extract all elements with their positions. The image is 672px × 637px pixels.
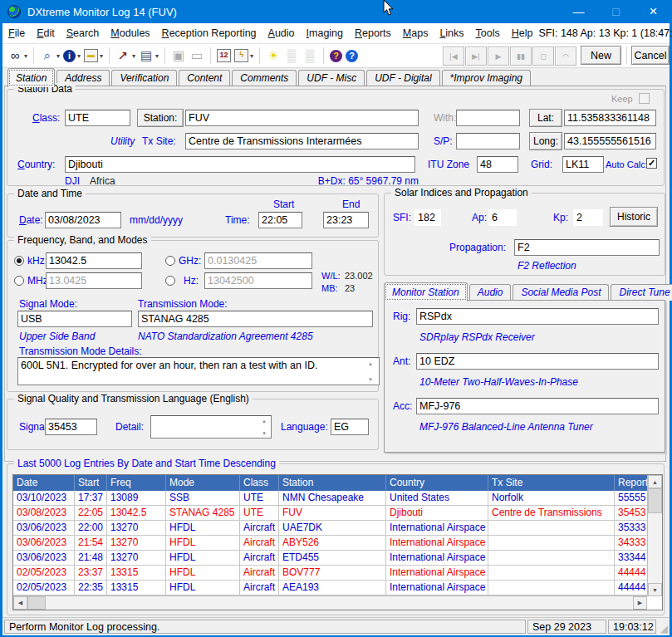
kp-field[interactable]: 2 (573, 209, 603, 226)
station-field[interactable]: FUV (185, 110, 419, 126)
column-header-freq[interactable]: Freq (107, 475, 166, 491)
nav-next-button[interactable]: ▶ (488, 47, 509, 66)
column-header-country[interactable]: Country (386, 475, 488, 491)
details-textarea[interactable]: 600L 5N1. Encrypted for over an hour, th… (17, 357, 380, 385)
column-header-start[interactable]: Start (75, 475, 107, 491)
scroll-left-icon[interactable]: ◀ (13, 596, 27, 610)
table-row[interactable]: 03/10/202317:3713089SSBUTENMN Chesapeake… (13, 491, 662, 506)
rig-control-icon[interactable]: ▬▾ (82, 47, 105, 65)
tab-verification[interactable]: Verification (111, 70, 177, 86)
signal-field[interactable]: 35453 (45, 419, 97, 435)
column-header-date[interactable]: Date (13, 475, 75, 491)
help-icon[interactable]: ? (344, 47, 360, 65)
itu-zone-field[interactable]: 48 (477, 156, 518, 173)
menu-reports[interactable]: Reports (349, 27, 397, 39)
menu-modules[interactable]: Modules (105, 27, 155, 39)
transmission-mode-field[interactable]: STANAG 4285 (138, 311, 373, 327)
signal-mode-field[interactable]: USB (17, 311, 132, 327)
tab-content[interactable]: Content (179, 70, 230, 86)
detail-scroll-arrows[interactable]: ▴▾ (258, 417, 270, 437)
details-scroll-arrows[interactable]: ▴▾ (365, 359, 376, 384)
menu-help[interactable]: Help (506, 27, 539, 39)
hscroll-thumb[interactable] (27, 596, 46, 610)
khz-radio[interactable] (14, 256, 24, 266)
ant-field[interactable]: 10 EDZ (416, 353, 659, 370)
acc-field[interactable]: MFJ-976 (416, 398, 659, 414)
sun-icon[interactable]: ☀ (264, 47, 282, 65)
scroll-down-icon[interactable]: ▼ (648, 583, 662, 596)
radio-lightning-icon[interactable]: ϟ▾ (233, 47, 255, 65)
tab-comments[interactable]: Comments (232, 70, 297, 86)
lat-button[interactable]: Lat: (529, 109, 562, 127)
menu-audio[interactable]: Audio (262, 27, 301, 39)
hz-field[interactable]: 13042500 (204, 272, 312, 289)
table-row[interactable]: 03/08/202322:0513042.5STANAG 4285UTEFUVD… (13, 506, 662, 521)
log-notes-icon[interactable]: ▤▾ (137, 47, 160, 65)
long-field[interactable]: 43.155555561516 (564, 133, 656, 149)
menu-reception-reporting[interactable]: Reception Reporting (156, 27, 262, 39)
table-row[interactable]: 03/06/202321:5413270HFDLAircraftABY526In… (13, 536, 662, 551)
station-button[interactable]: Station: (137, 109, 184, 127)
info-icon[interactable]: i▾ (61, 47, 82, 65)
tab-udf-digital[interactable]: UDF - Digital (366, 70, 439, 86)
sp-field[interactable] (456, 133, 520, 149)
close-button[interactable]: × (635, 0, 672, 23)
with-field[interactable] (456, 110, 520, 126)
print-preview-icon-dropdown[interactable]: ▾ (56, 52, 60, 60)
menu-tools[interactable]: Tools (470, 27, 506, 39)
sfi-field[interactable]: 182 (414, 209, 441, 226)
column-header-tx-site[interactable]: Tx Site (488, 475, 615, 491)
khz-field[interactable]: 13042.5 (46, 252, 142, 269)
rig-field[interactable]: RSPdx (416, 308, 659, 325)
new-button[interactable]: New (581, 46, 621, 65)
scroll-right-icon[interactable]: ▶ (633, 596, 647, 610)
table-row[interactable]: 02/05/202322:3513315HFDLAircraftAEA193In… (13, 581, 662, 595)
date-field[interactable]: 03/08/2023 (45, 212, 121, 228)
autocalc-checkbox[interactable]: ✓ (646, 158, 657, 169)
nav-refresh-button[interactable]: ◠ (555, 47, 576, 66)
vscroll-thumb[interactable] (648, 488, 662, 513)
bent-arrow-icon[interactable]: ↗▾ (114, 47, 137, 65)
print-preview-icon[interactable]: ⌕▾ (38, 47, 61, 65)
mhz-field[interactable]: 13.0425 (46, 272, 142, 289)
column-header-mode[interactable]: Mode (166, 475, 240, 491)
minimize-button[interactable]: — (560, 0, 597, 23)
keep-checkbox[interactable] (639, 93, 650, 104)
column-header-report[interactable]: Report (615, 475, 649, 491)
column-header-station[interactable]: Station (279, 475, 386, 491)
ghz-radio[interactable] (165, 256, 175, 266)
address-book-icon[interactable]: ? (328, 47, 344, 65)
radio-lightning-icon-dropdown[interactable]: ▾ (250, 52, 253, 60)
monitor-tab-monitor-station[interactable]: Monitor Station (384, 282, 468, 301)
tab-improv-imaging[interactable]: *Improv Imaging (442, 70, 531, 86)
info-icon-dropdown[interactable]: ▾ (77, 52, 81, 60)
tab-udf-misc[interactable]: UDF - Misc (298, 70, 365, 86)
nav-stop-button[interactable]: ◻ (532, 47, 554, 66)
log-vscrollbar[interactable]: ▲ ▼ (647, 475, 662, 596)
log-hscrollbar[interactable]: ◀ ▶ (13, 595, 647, 610)
propagation-field[interactable]: F2 (514, 239, 660, 256)
menu-links[interactable]: Links (434, 27, 469, 39)
table-row[interactable]: 03/06/202322:0013270HFDLAircraftUAE7DKIn… (13, 521, 662, 536)
start-time-field[interactable]: 22:05 (258, 212, 302, 228)
nav-pause-button[interactable]: ▮▮ (510, 47, 532, 66)
menu-maps[interactable]: Maps (397, 27, 434, 39)
monitor-tab-social-media-post[interactable]: Social Media Post (513, 284, 609, 301)
class-field[interactable]: UTE (65, 110, 130, 126)
country-field[interactable]: Djibouti (65, 156, 415, 173)
end-time-field[interactable]: 23:23 (323, 212, 369, 228)
table-row[interactable]: 02/05/202323:3713315HFDLAircraftBOV777In… (13, 566, 662, 581)
ghz-field[interactable]: 0.0130425 (204, 252, 312, 269)
ap-field[interactable]: 6 (488, 209, 517, 226)
menu-imaging[interactable]: Imaging (301, 27, 349, 39)
table-row[interactable]: 03/06/202321:4813270HFDLAircraftETD455In… (13, 551, 662, 566)
find-binoculars-icon[interactable]: ∞▾ (6, 47, 29, 65)
bent-arrow-icon-dropdown[interactable]: ▾ (132, 52, 135, 60)
historic-button[interactable]: Historic (610, 207, 658, 227)
rig-control-icon-dropdown[interactable]: ▾ (100, 52, 103, 60)
hz-radio[interactable] (165, 276, 175, 286)
long-button[interactable]: Long: (529, 132, 562, 150)
cancel-button[interactable]: Cancel (631, 46, 670, 65)
resize-grip[interactable]: ◢ (656, 620, 668, 634)
tab-station[interactable]: Station (7, 68, 55, 87)
